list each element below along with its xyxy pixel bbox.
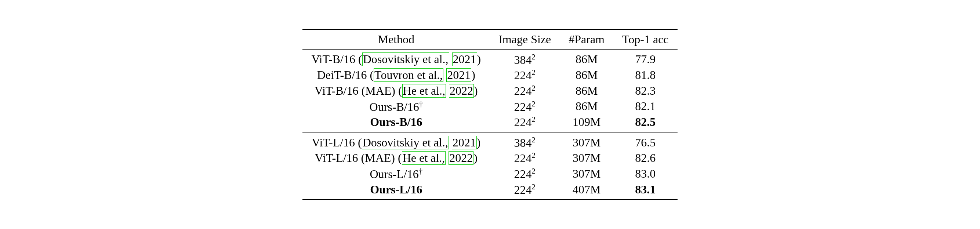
table-row: Ours-B/16 2242 109M 82.5 <box>302 114 677 132</box>
cell-param: 307M <box>560 150 613 166</box>
header-top1: Top-1 acc <box>613 29 678 49</box>
dagger-icon: † <box>419 99 423 108</box>
table-row: ViT-L/16 (MAE) (He et al., 2022) 2242 30… <box>302 150 677 166</box>
cite-link[interactable]: 2022 <box>449 151 474 165</box>
cell-method: Ours-L/16† <box>302 166 490 182</box>
dagger-icon: † <box>419 167 422 175</box>
cell-top1: 81.8 <box>613 67 678 83</box>
cell-param: 86M <box>560 99 613 114</box>
cite-link[interactable]: Touvron et al., <box>374 68 443 82</box>
cell-param: 86M <box>560 67 613 83</box>
cite-link[interactable]: Dosovitskiy et al., <box>362 52 449 66</box>
cite-link[interactable]: 2022 <box>449 84 474 98</box>
cell-method: Ours-B/16 <box>302 114 490 132</box>
cell-image-size: 2242 <box>490 99 560 114</box>
cell-image-size: 2242 <box>490 67 560 83</box>
cell-image-size: 2242 <box>490 182 560 200</box>
cell-top1: 77.9 <box>613 49 678 67</box>
cite-link[interactable]: 2021 <box>452 52 477 66</box>
cell-top1: 83.1 <box>613 182 678 200</box>
cell-param: 86M <box>560 83 613 99</box>
header-image-size: Image Size <box>490 29 560 49</box>
cell-top1: 82.3 <box>613 83 678 99</box>
table-row: Ours-B/16† 2242 86M 82.1 <box>302 99 677 114</box>
cell-method: ViT-L/16 (MAE) (He et al., 2022) <box>302 150 490 166</box>
cell-param: 86M <box>560 49 613 67</box>
cell-top1: 82.1 <box>613 99 678 114</box>
table-row: Ours-L/16† 2242 307M 83.0 <box>302 166 677 182</box>
cell-top1: 83.0 <box>613 166 678 182</box>
cell-param: 307M <box>560 132 613 150</box>
table-row: DeiT-B/16 (Touvron et al., 2021) 2242 86… <box>302 67 677 83</box>
cell-method: DeiT-B/16 (Touvron et al., 2021) <box>302 67 490 83</box>
cell-image-size: 2242 <box>490 114 560 132</box>
cite-link[interactable]: Dosovitskiy et al., <box>362 136 449 149</box>
cite-link[interactable]: 2021 <box>452 136 477 149</box>
cell-method: Ours-L/16 <box>302 182 490 200</box>
cell-method: ViT-L/16 (Dosovitskiy et al., 2021) <box>302 132 490 150</box>
header-method: Method <box>302 29 490 49</box>
cell-top1: 82.5 <box>613 114 678 132</box>
cell-image-size: 3842 <box>490 132 560 150</box>
results-table: Method Image Size #Param Top-1 acc ViT-B… <box>302 29 677 200</box>
table-row: ViT-B/16 (Dosovitskiy et al., 2021) 3842… <box>302 49 677 67</box>
cell-image-size: 3842 <box>490 49 560 67</box>
header-param: #Param <box>560 29 613 49</box>
cell-method: Ours-B/16† <box>302 99 490 114</box>
cell-top1: 82.6 <box>613 150 678 166</box>
cite-link[interactable]: 2021 <box>446 68 471 82</box>
cell-top1: 76.5 <box>613 132 678 150</box>
cite-link[interactable]: He et al., <box>402 84 446 98</box>
cell-param: 109M <box>560 114 613 132</box>
cell-image-size: 2242 <box>490 166 560 182</box>
cell-image-size: 2242 <box>490 83 560 99</box>
table-row: Ours-L/16 2242 407M 83.1 <box>302 182 677 200</box>
cite-link[interactable]: He et al., <box>402 151 446 165</box>
cell-param: 407M <box>560 182 613 200</box>
cell-image-size: 2242 <box>490 150 560 166</box>
table-header-row: Method Image Size #Param Top-1 acc <box>302 29 677 49</box>
cell-param: 307M <box>560 166 613 182</box>
table-row: ViT-L/16 (Dosovitskiy et al., 2021) 3842… <box>302 132 677 150</box>
cell-method: ViT-B/16 (Dosovitskiy et al., 2021) <box>302 49 490 67</box>
cell-method: ViT-B/16 (MAE) (He et al., 2022) <box>302 83 490 99</box>
table-row: ViT-B/16 (MAE) (He et al., 2022) 2242 86… <box>302 83 677 99</box>
